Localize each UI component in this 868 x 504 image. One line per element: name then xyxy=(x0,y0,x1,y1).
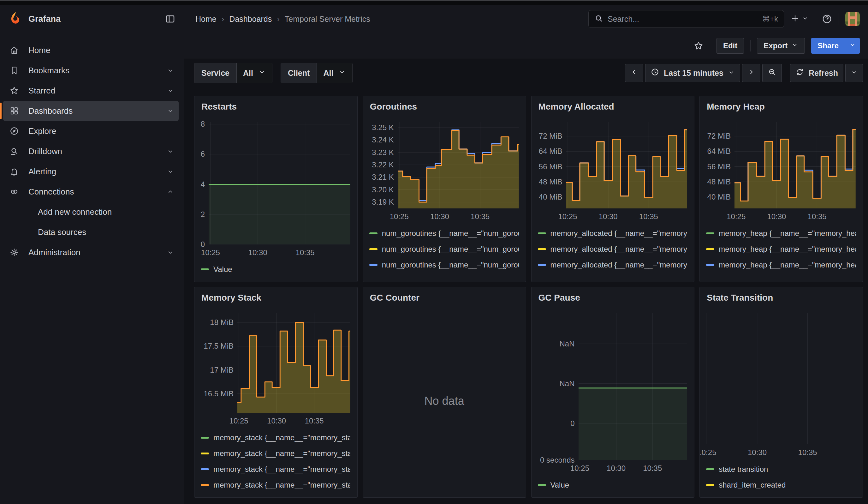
sidebar-toggle-icon[interactable] xyxy=(165,13,175,24)
sidebar-item-drilldown[interactable]: Drilldown xyxy=(0,141,184,161)
chevron-down-icon[interactable] xyxy=(167,147,174,155)
sidebar-item-data-sources[interactable]: Data sources xyxy=(0,222,184,242)
x-tick-label: 10:25 xyxy=(700,448,716,457)
sidebar-item-starred[interactable]: Starred xyxy=(0,81,184,101)
sidebar-item-connections[interactable]: Connections xyxy=(0,182,184,202)
legend-item[interactable]: memory_allocated {__name__="memory_alloc… xyxy=(538,225,688,241)
time-range-picker[interactable]: Last 15 minutes xyxy=(645,64,740,82)
time-shift-forward-button[interactable] xyxy=(742,64,761,82)
clock-icon xyxy=(651,68,659,78)
x-tick-label: 10:35 xyxy=(296,248,315,257)
panel-title[interactable]: Memory Allocated xyxy=(531,96,694,114)
plot-canvas[interactable] xyxy=(705,313,856,444)
legend-item[interactable]: memory_stack {__name__="memory_stack" xyxy=(201,445,350,461)
plot-canvas[interactable] xyxy=(398,122,519,208)
chevron-down-icon xyxy=(851,69,858,78)
plot-canvas[interactable] xyxy=(734,122,856,208)
y-tick-label: 17 MiB xyxy=(210,366,234,374)
plot-canvas[interactable] xyxy=(579,313,688,460)
legend-item[interactable]: memory_allocated {__name__="memory_alloc… xyxy=(538,257,688,273)
chevron-down-icon[interactable] xyxy=(167,87,174,94)
panel-title[interactable]: Memory Heap xyxy=(700,96,862,114)
legend-item[interactable]: Value xyxy=(201,261,350,277)
help-icon[interactable] xyxy=(822,13,832,24)
share-button[interactable]: Share xyxy=(811,38,845,54)
legend-item[interactable]: memory_heap {__name__="memory_heap" xyxy=(706,225,856,241)
sidebar-item-explore[interactable]: Explore xyxy=(0,121,184,141)
panel-title[interactable]: GC Pause xyxy=(531,287,694,305)
share-menu-button[interactable] xyxy=(845,38,860,54)
client-filter-value[interactable]: All xyxy=(317,63,352,83)
gear-icon xyxy=(9,248,20,257)
breadcrumb-separator: › xyxy=(277,14,280,24)
search-box[interactable]: ⌘+k xyxy=(588,10,784,28)
legend-swatch xyxy=(538,484,546,486)
sidebar-item-label: Add new connection xyxy=(38,207,112,217)
user-avatar[interactable] xyxy=(845,12,860,26)
y-tick-label: 6 xyxy=(201,150,205,158)
chevron-down-icon[interactable] xyxy=(167,66,174,74)
chevron-down-icon[interactable] xyxy=(167,248,174,256)
legend-item[interactable]: Value xyxy=(538,477,688,493)
link-icon xyxy=(9,187,20,196)
legend-label: num_goroutines {__name__="num_goroutines… xyxy=(382,245,519,254)
divider xyxy=(750,40,751,51)
sidebar-item-home[interactable]: Home xyxy=(0,40,184,60)
legend-item[interactable]: memory_allocated {__name__="memory_alloc… xyxy=(538,273,688,277)
time-shift-back-button[interactable] xyxy=(625,64,643,82)
zoom-out-button[interactable] xyxy=(762,64,782,82)
legend-item[interactable]: memory_stack {__name__="memory_stack" xyxy=(201,430,350,445)
refresh-button[interactable]: Refresh xyxy=(790,64,844,82)
service-filter-value[interactable]: All xyxy=(237,63,272,83)
legend-label: memory_heap {__name__="memory_heap" xyxy=(719,245,856,254)
plot-canvas[interactable] xyxy=(209,122,350,245)
panel-title[interactable]: State Transition xyxy=(700,287,862,305)
legend-item[interactable]: num_goroutines {__name__="num_goroutines… xyxy=(369,241,519,257)
edit-button[interactable]: Edit xyxy=(716,38,744,54)
grafana-home-link[interactable]: Grafana xyxy=(9,11,61,27)
chevron-up-icon[interactable] xyxy=(167,188,174,195)
legend-item[interactable]: memory_heap {__name__="memory_heap" xyxy=(706,241,856,257)
legend-item[interactable]: num_goroutines {__name__="num_goroutines… xyxy=(369,257,519,273)
favorite-star-icon[interactable] xyxy=(693,41,704,51)
legend-item[interactable]: memory_allocated {__name__="memory_alloc… xyxy=(538,241,688,257)
legend-item[interactable]: num_goroutines {__name__="num_goroutines… xyxy=(369,273,519,277)
sidebar-item-bookmarks[interactable]: Bookmarks xyxy=(0,60,184,81)
chevron-down-icon xyxy=(258,68,266,78)
legend-item[interactable]: num_goroutines {__name__="num_goroutines… xyxy=(369,225,519,241)
panel-memory-heap: Memory Heap40 MiB48 MiB56 MiB64 MiB72 Mi… xyxy=(700,96,863,282)
legend-item[interactable]: shard_item_created xyxy=(706,477,856,493)
chevron-down-icon[interactable] xyxy=(167,168,174,175)
legend-item[interactable]: memory_heap {__name__="memory_heap" xyxy=(706,273,856,277)
chevron-down-icon[interactable] xyxy=(167,107,174,115)
plot-canvas[interactable] xyxy=(237,313,350,413)
breadcrumb-home[interactable]: Home xyxy=(195,14,217,24)
legend-label: shard_item_created xyxy=(719,481,786,490)
sidebar-item-inner: Starred xyxy=(0,86,184,96)
legend-item[interactable]: state transition xyxy=(706,461,856,477)
panel-title[interactable]: GC Counter xyxy=(363,287,526,305)
y-axis-labels: 16.5 MiB17 MiB17.5 MiB18 MiB xyxy=(199,313,237,413)
x-tick-label: 10:35 xyxy=(471,212,489,221)
panel-title[interactable]: Memory Stack xyxy=(194,287,357,305)
client-filter-selected: All xyxy=(323,69,333,78)
search-input[interactable] xyxy=(608,14,758,24)
x-tick-label: 10:35 xyxy=(639,212,658,221)
legend-item[interactable]: memory_heap {__name__="memory_heap" xyxy=(706,257,856,273)
add-new-button[interactable] xyxy=(790,13,809,24)
service-filter: Service All xyxy=(194,63,272,83)
sidebar-item-alerting[interactable]: Alerting xyxy=(0,161,184,182)
sidebar-item-add-new-connection[interactable]: Add new connection xyxy=(0,202,184,222)
legend-item[interactable]: memory_stack {__name__="memory_stack" xyxy=(201,477,350,493)
panel-title[interactable]: Goroutines xyxy=(363,96,526,114)
sidebar-item-administration[interactable]: Administration xyxy=(0,242,184,263)
y-tick-label: 0 seconds xyxy=(540,456,575,464)
legend-item[interactable]: memory_stack {__name__="memory_stack" xyxy=(201,461,350,477)
plot-canvas[interactable] xyxy=(566,122,688,208)
sidebar-item-dashboards[interactable]: Dashboards xyxy=(0,101,184,121)
chevron-down-icon xyxy=(849,41,856,50)
breadcrumb-dashboards[interactable]: Dashboards xyxy=(229,14,272,24)
panel-title[interactable]: Restarts xyxy=(194,96,357,114)
export-button[interactable]: Export xyxy=(757,38,805,54)
refresh-interval-button[interactable] xyxy=(845,64,863,82)
